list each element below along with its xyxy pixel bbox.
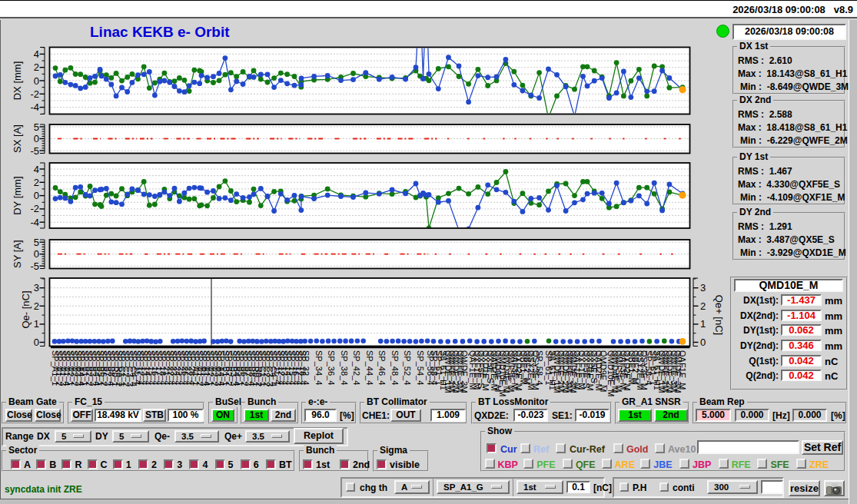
svg-text:5: 5 [34,121,39,133]
svg-text:SP_42_4: SP_42_4 [352,350,361,385]
svg-text:SP_38_4: SP_38_4 [340,350,349,385]
svg-text:2: 2 [34,300,39,312]
svg-text:4: 4 [34,164,39,175]
svg-text:SP_54_4: SP_54_4 [416,350,425,385]
svg-text:SP_58_4: SP_58_4 [535,350,544,385]
svg-text:2: 2 [34,61,39,73]
svg-text:QWDE_3M: QWDE_3M [460,350,469,393]
svg-text:-5: -5 [30,260,39,272]
svg-text:DY [mm]: DY [mm] [12,176,23,214]
svg-text:0: 0 [34,248,39,260]
svg-text:SP_32_4: SP_32_4 [301,350,311,385]
svg-text:Qe- [nC]: Qe- [nC] [20,290,32,328]
svg-text:SP_52_4: SP_52_4 [403,350,412,385]
svg-text:SP_46_4: SP_46_4 [377,350,387,385]
svg-text:-2: -2 [30,88,39,100]
svg-text:SY [A]: SY [A] [12,240,23,268]
svg-text:5: 5 [34,237,39,248]
svg-text:QAF1E_M: QAF1E_M [678,350,687,390]
svg-text:SP_48_4: SP_48_4 [390,350,400,385]
svg-text:3: 3 [700,282,706,293]
svg-text:DX [mm]: DX [mm] [12,61,23,101]
svg-text:0: 0 [34,337,39,348]
svg-text:3: 3 [34,282,39,293]
svg-text:SX [A]: SX [A] [12,124,23,153]
svg-text:-5: -5 [30,145,39,157]
svg-text:SP_44_4: SP_44_4 [365,350,374,385]
svg-text:QMD9E_M: QMD9E_M [599,350,608,392]
svg-text:-2: -2 [30,203,39,214]
svg-text:0: 0 [34,133,39,144]
svg-text:SP_34_4: SP_34_4 [314,350,324,385]
svg-text:SP_36_4: SP_36_4 [327,350,336,385]
svg-text:0: 0 [34,190,39,201]
svg-text:1: 1 [34,318,39,330]
svg-text:0: 0 [34,75,39,87]
svg-text:4: 4 [34,48,39,60]
svg-text:2: 2 [34,177,39,188]
svg-text:-4: -4 [30,101,39,113]
svg-text:-4: -4 [30,217,39,228]
